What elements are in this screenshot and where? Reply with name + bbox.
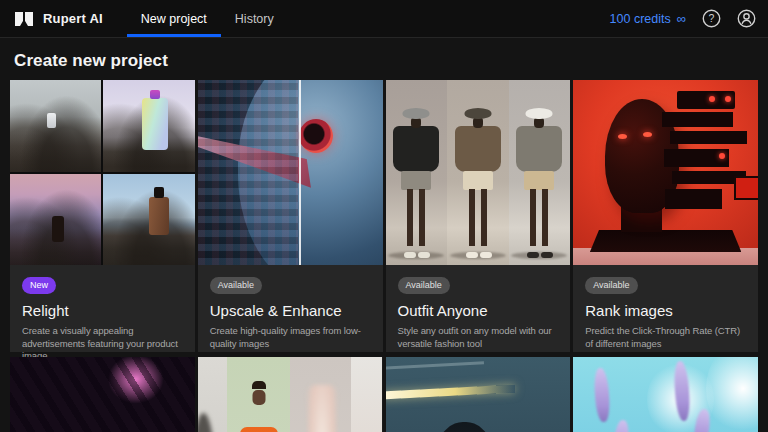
- project-card-grid: New Relight Create a visually appealing …: [10, 80, 758, 352]
- product-bottle: [47, 113, 56, 128]
- help-button[interactable]: ?: [701, 9, 721, 29]
- tab-new-project[interactable]: New project: [127, 0, 221, 37]
- lavender-spike: [612, 419, 631, 432]
- card-body: Available Upscale & Enhance Create high-…: [198, 265, 383, 352]
- red-panel: [734, 176, 758, 200]
- fluorescent-light: [386, 385, 515, 400]
- camera-rig: [662, 91, 743, 239]
- card-title: Rank images: [585, 302, 746, 319]
- model-figure: [386, 80, 448, 265]
- card-description: Create high-quality images from low-qual…: [210, 325, 371, 350]
- card-cinematic-scene[interactable]: [386, 357, 571, 432]
- abstract-swirl-preview-image: [10, 357, 195, 432]
- comparison-divider: [299, 80, 301, 265]
- lavender-preview-image: [573, 357, 758, 432]
- card-description: Style any outfit on any model with our v…: [398, 325, 559, 350]
- collage-strip: [351, 357, 382, 432]
- collage-quadrant: [10, 174, 101, 266]
- glowing-eye: [618, 134, 627, 139]
- brand-name: Rupert AI: [43, 0, 103, 37]
- model-figure: [509, 80, 571, 265]
- card-body: Available Rank images Predict the Click-…: [573, 265, 758, 352]
- fashion-collage-preview-image: [198, 357, 383, 432]
- app-window: Rupert AI New project History 100 credit…: [0, 0, 768, 432]
- card-description: Predict the Click-Through Rate (CTR) of …: [585, 325, 746, 350]
- outfit-preview-image: [386, 80, 571, 265]
- tab-history[interactable]: History: [221, 0, 288, 37]
- top-navbar: Rupert AI New project History 100 credit…: [0, 0, 768, 38]
- collage-strip: [227, 357, 290, 432]
- credits-button[interactable]: 100 credits ∞: [610, 12, 686, 26]
- card-upscale-enhance[interactable]: Available Upscale & Enhance Create high-…: [198, 80, 383, 352]
- credits-label: 100 credits: [610, 12, 671, 26]
- lavender-spike: [594, 368, 612, 423]
- upscale-preview-image: [198, 80, 383, 265]
- svg-text:?: ?: [708, 12, 714, 24]
- cinematic-scene-preview-image: [386, 357, 571, 432]
- card-relight[interactable]: New Relight Create a visually appealing …: [10, 80, 195, 352]
- orange-jacket-figure: [240, 427, 278, 432]
- pixelated-half: [198, 80, 298, 265]
- status-badge: New: [22, 277, 56, 294]
- bird-eye: [299, 119, 333, 153]
- product-bottle: [52, 216, 64, 242]
- help-icon: ?: [702, 9, 721, 28]
- card-body: New Relight Create a visually appealing …: [10, 265, 195, 352]
- collage-strip: [198, 357, 228, 432]
- collage-quadrant: [10, 80, 101, 172]
- card-rank-images[interactable]: Available Rank images Predict the Click-…: [573, 80, 758, 352]
- collage-quadrant: [103, 174, 194, 266]
- rupert-ai-logo-icon: [14, 0, 34, 37]
- card-photo-collage[interactable]: [198, 357, 383, 432]
- card-lavender-field[interactable]: [573, 357, 758, 432]
- card-title: Outfit Anyone: [398, 302, 559, 319]
- product-bottle: [142, 98, 168, 150]
- collage-quadrant: [103, 80, 194, 172]
- relight-preview-image: [10, 80, 195, 265]
- status-badge: Available: [210, 277, 262, 294]
- woman-hair: [422, 422, 507, 432]
- shelf-line: [386, 362, 484, 370]
- status-badge: Available: [585, 277, 637, 294]
- cloud: [706, 357, 758, 432]
- nav-tabs: New project History: [127, 0, 288, 37]
- account-icon: [737, 9, 756, 28]
- card-body: Available Outfit Anyone Style any outfit…: [386, 265, 571, 352]
- status-badge: Available: [398, 277, 450, 294]
- card-title: Upscale & Enhance: [210, 302, 371, 319]
- rank-preview-image: [573, 80, 758, 265]
- collage-strip: [290, 357, 351, 432]
- figure-hair: [252, 381, 266, 389]
- page-title: Create new project: [0, 38, 768, 80]
- model-figure: [447, 80, 509, 265]
- card-outfit-anyone[interactable]: Available Outfit Anyone Style any outfit…: [386, 80, 571, 352]
- figure-head: [252, 390, 265, 405]
- card-abstract-art[interactable]: [10, 357, 195, 432]
- header-actions: 100 credits ∞ ?: [610, 0, 756, 37]
- infinity-icon: ∞: [677, 12, 686, 25]
- account-button[interactable]: [736, 9, 756, 29]
- card-title: Relight: [22, 302, 183, 319]
- project-card-grid-row2: [10, 357, 758, 432]
- product-bottle: [149, 197, 169, 235]
